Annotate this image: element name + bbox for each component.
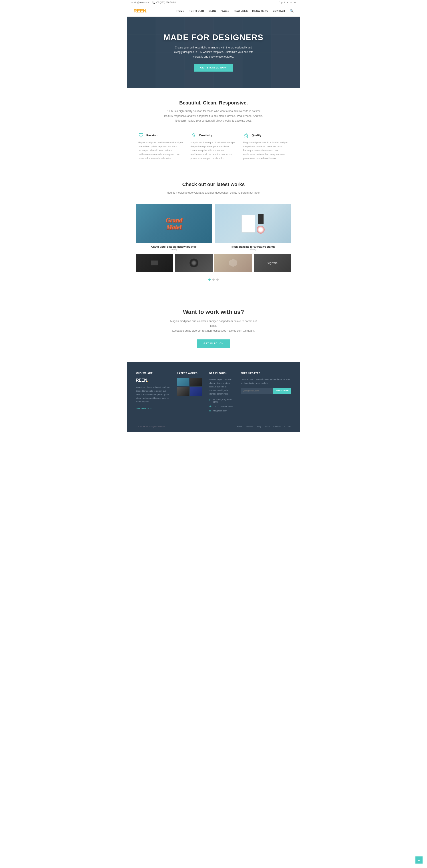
- carousel-dots: [136, 276, 291, 285]
- footer-logo: REEN.: [136, 378, 171, 383]
- feature-creativity-text: Magnis modipsae que lib voloratati andig…: [191, 141, 237, 160]
- paper-1: [151, 260, 158, 262]
- newsletter-form: SUBSCRIBE: [241, 388, 291, 394]
- footer-nav-services[interactable]: Services: [273, 426, 281, 428]
- portfolio-thumb-dark: [136, 254, 173, 272]
- portfolio-item-small-2[interactable]: [175, 254, 213, 272]
- top-bar: ✉ info@reen.com 📞 +00 (123) 456 78 98 f …: [127, 0, 300, 5]
- brand-phone-mock: [258, 214, 264, 224]
- top-bar-email: ✉ info@reen.com: [131, 1, 149, 4]
- hero-overlay: MADE FOR DESIGNERS Create your online po…: [127, 17, 300, 88]
- cta-text: Magnis modipsae que voloratati andigen d…: [169, 319, 258, 334]
- dot-1[interactable]: [208, 279, 211, 281]
- portfolio-small-grid: Signwal: [136, 254, 291, 272]
- newsletter-input[interactable]: [241, 388, 273, 394]
- footer-contact-title: GET IN TOUCH: [209, 372, 234, 375]
- portfolio-thumb-vinyl: [175, 254, 213, 272]
- paper-stack: [151, 260, 158, 266]
- feature-quality: Quality Magnis modipsae que lib volorata…: [243, 132, 289, 160]
- social-facebook[interactable]: f: [279, 1, 279, 4]
- top-bar-left: ✉ info@reen.com 📞 +00 (123) 456 78 98: [131, 1, 176, 4]
- footer-updates-title: FREE UPDATES: [241, 372, 291, 375]
- feature-creativity-title: Creativity: [199, 133, 212, 137]
- portfolio-subtitle-grand-motel: Identity: [136, 248, 212, 250]
- footer-col-who: WHO WE ARE REEN. Magnis modipsae volorat…: [136, 372, 171, 414]
- footer-who-title: WHO WE ARE: [136, 372, 171, 375]
- portfolio-title-grand-motel: Grand Motel gets an identity brushup: [136, 245, 212, 248]
- feature-quality-header: Quality: [243, 132, 289, 138]
- badge-shape: [229, 259, 237, 267]
- footer-nav-blog[interactable]: Blog: [257, 426, 261, 428]
- nav-portfolio[interactable]: PORTFOLIO: [189, 9, 204, 12]
- footer: WHO WE ARE REEN. Magnis modipsae volorat…: [127, 362, 300, 432]
- bulb-icon: [191, 132, 197, 138]
- footer-thumb-3[interactable]: [177, 387, 189, 396]
- nav-contact[interactable]: CONTACT: [273, 9, 285, 12]
- feature-creativity-header: Creativity: [191, 132, 237, 138]
- feature-creativity: Creativity Magnis modipsae que lib volor…: [191, 132, 237, 160]
- portfolio-title: Check out our latest works: [136, 182, 291, 187]
- social-youtube[interactable]: ▶: [287, 1, 288, 4]
- main-nav: HOME PORTFOLIO BLOG PAGES FEATURES MEGA …: [177, 9, 294, 13]
- top-bar-social: f p t ▶ ✉ ☰: [279, 1, 296, 4]
- portfolio-item-grand-motel[interactable]: GrandMotel Grand Motel gets an identity …: [136, 204, 212, 251]
- features-subtitle: REEN is a high-quality solution for thos…: [162, 109, 265, 123]
- social-twitter[interactable]: t: [284, 1, 285, 4]
- feature-passion-title: Passion: [146, 133, 157, 137]
- nav-megamenu[interactable]: MEGA MENU: [252, 9, 268, 12]
- social-email[interactable]: ✉: [290, 1, 292, 4]
- brand-paper-mock: [242, 215, 255, 232]
- footer-nav-contact[interactable]: Contact: [284, 426, 291, 428]
- cta-button[interactable]: GET IN TOUCH: [197, 339, 230, 348]
- hero-title: MADE FOR DESIGNERS: [163, 33, 264, 42]
- brand-cd-mock: [257, 226, 265, 234]
- nav-pages[interactable]: PAGES: [220, 9, 229, 12]
- footer-thumb-1[interactable]: [177, 378, 189, 386]
- footer-bottom-nav: Home Portfolio Blog About Services Conta…: [237, 426, 291, 428]
- grand-motel-text: GrandMotel: [166, 217, 182, 230]
- portfolio-thumb-signwal: Signwal: [254, 254, 291, 272]
- nav-blog[interactable]: BLOG: [209, 9, 216, 12]
- footer-email-text: info@reen.com: [213, 409, 227, 412]
- footer-nav-about[interactable]: About: [265, 426, 270, 428]
- svg-marker-1: [244, 133, 248, 137]
- portfolio-item-branding[interactable]: Fresh branding for a creative startup Id…: [215, 204, 291, 251]
- portfolio-item-small-3[interactable]: [214, 254, 252, 272]
- nav-features[interactable]: FEATURES: [234, 9, 248, 12]
- portfolio-thumb-badge: [214, 254, 252, 272]
- feature-passion-text: Magnis modipsae que lib voloratati andig…: [138, 141, 184, 160]
- social-pinterest[interactable]: p: [281, 1, 283, 4]
- footer-thumb-2[interactable]: [190, 378, 203, 386]
- social-rss[interactable]: ☰: [294, 1, 296, 4]
- logo[interactable]: REEN.: [133, 8, 147, 14]
- footer-col-contact: GET IN TOUCH Doloretur quia commolu plat…: [209, 372, 234, 414]
- nav-home[interactable]: HOME: [177, 9, 184, 12]
- footer-bottom: © 2014 REEN. All rights reserved. Home P…: [136, 422, 291, 428]
- heart-icon: [138, 132, 144, 138]
- hero-cta-button[interactable]: GET STARTED NOW: [194, 64, 233, 71]
- footer-nav-home[interactable]: Home: [237, 426, 242, 428]
- newsletter-subscribe-button[interactable]: SUBSCRIBE: [273, 388, 291, 394]
- portfolio-item-small-4[interactable]: Signwal: [254, 254, 291, 272]
- portfolio-main-grid: GrandMotel Grand Motel gets an identity …: [136, 204, 291, 251]
- footer-copyright: © 2014 REEN. All rights reserved.: [136, 426, 166, 428]
- feature-quality-title: Quality: [251, 133, 261, 137]
- footer-works-grid: [177, 378, 203, 396]
- top-bar-phone: 📞 +00 (123) 456 78 98: [152, 1, 176, 4]
- footer-thumb-4[interactable]: [190, 387, 203, 396]
- header: REEN. HOME PORTFOLIO BLOG PAGES FEATURES…: [127, 5, 300, 17]
- portfolio-item-small-1[interactable]: [136, 254, 173, 272]
- footer-who-text: Magnis modipsae voloratati andigen daepe…: [136, 385, 171, 403]
- phone-icon: 📞: [152, 1, 155, 4]
- footer-more-link[interactable]: More about us →: [136, 407, 152, 410]
- portfolio-label-branding: Fresh branding for a creative startup Id…: [215, 243, 291, 251]
- dot-2[interactable]: [212, 279, 215, 281]
- footer-nav-portfolio[interactable]: Portfolio: [246, 426, 253, 428]
- footer-email: ✉ info@reen.com: [209, 409, 234, 412]
- portfolio-thumb-grand-motel: GrandMotel: [136, 204, 212, 243]
- feature-passion: Passion Magnis modipsae que lib volorata…: [138, 132, 184, 160]
- search-icon[interactable]: 🔍: [290, 9, 294, 13]
- features-title: Beautiful. Clean. Responsive.: [136, 100, 291, 106]
- features-grid: Passion Magnis modipsae que lib volorata…: [138, 132, 289, 160]
- dot-3[interactable]: [216, 279, 219, 281]
